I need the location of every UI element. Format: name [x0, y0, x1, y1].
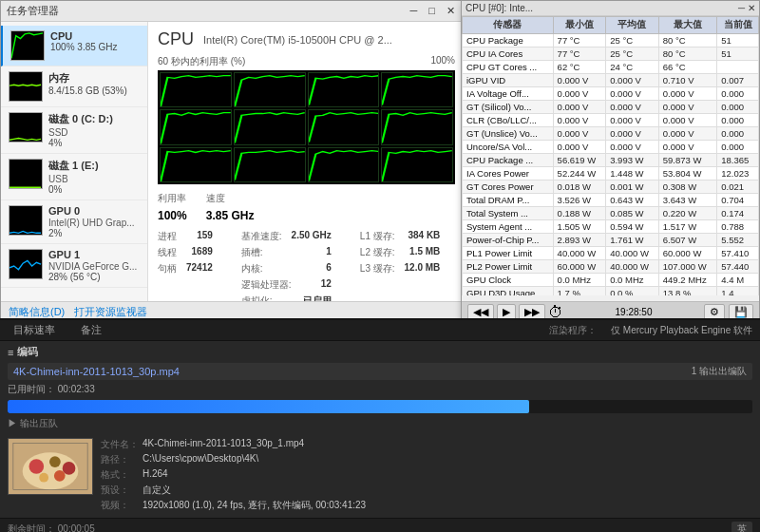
cell-name: System Agent ...: [463, 220, 554, 234]
table-row: IA Cores Power52.244 W1.448 W53.804 W12.…: [463, 167, 759, 180]
sidebar-item-gpu0[interactable]: GPU 0 Intel(R) UHD Grap... 2%: [1, 200, 147, 244]
cell-max: 0.710 V: [658, 74, 717, 87]
table-row: Total System ...0.188 W0.085 W0.220 W0.1…: [463, 207, 759, 220]
video-val: 1920x1080 (1.0), 24 fps, 逐行, 软件编码, 00:03…: [142, 499, 366, 512]
table-row: GT (Unslice) Vo...0.000 V0.000 V0.000 V0…: [463, 127, 759, 141]
sidebar-item-disk1[interactable]: 磁盘 1 (E:) USB 0%: [1, 154, 147, 200]
ame-file-name: 4K-Chimei-inn-2011-1013_30p.mp4: [13, 366, 180, 377]
cell-name: PL1 Power Limit: [463, 247, 554, 260]
taskmanager-title: 任务管理器: [7, 4, 59, 18]
open-monitor-link[interactable]: 打开资源监视器: [74, 305, 147, 319]
cell-min: 1.505 W: [553, 220, 606, 234]
cell-max: 0.220 W: [658, 207, 717, 220]
l2-label: L2 缓存:: [360, 246, 395, 259]
cpu-core-2: [308, 72, 380, 107]
close-btn[interactable]: ✕: [443, 5, 459, 17]
hwinfo-window: CPU [#0]: Inte... ─ ✕ 传感器 最小值 平均值 最大值 当前…: [461, 0, 760, 323]
gpu1-value: 28% (56 °C): [48, 272, 140, 282]
maximize-btn[interactable]: □: [425, 5, 439, 17]
cell-name: PL2 Power Limit: [463, 260, 554, 274]
cell-min: 0.000 V: [553, 87, 606, 101]
ame-encode-title: ≡ 编码: [8, 345, 752, 359]
col-sensor: 传感器: [463, 17, 554, 34]
cell-name: GT Cores Power: [463, 180, 554, 194]
file-detail: 文件名： 4K-Chimei-inn-2011-1013_30p_1.mp4: [101, 438, 752, 451]
hwinfo-titlebar: CPU [#0]: Inte... ─ ✕: [462, 1, 759, 16]
l3-value: 12.0 MB: [405, 262, 441, 276]
video-label: 视频：: [101, 499, 139, 512]
graph-label-left: 60 秒内的利用率 (%): [158, 55, 245, 68]
ame-details: 文件名： 4K-Chimei-inn-2011-1013_30p_1.mp4 路…: [101, 438, 752, 514]
cell-cur: 0.174: [717, 207, 759, 220]
process-row: 进程 159: [158, 230, 213, 243]
sidebar-item-mem[interactable]: 内存 8.4/15.8 GB (53%): [1, 66, 147, 107]
hwinfo-close[interactable]: ✕: [748, 3, 755, 13]
cell-max: 60.000 W: [658, 247, 717, 260]
cell-avg: 0.085 W: [606, 207, 659, 220]
table-row: GPU Clock0.0 MHz0.0 MHz449.2 MHz4.4 M: [463, 274, 759, 287]
taskmanager-window: 任务管理器 ─ □ ✕ CPU 100% 3.85 GHz: [0, 0, 466, 323]
cell-name: Total System ...: [463, 207, 554, 220]
ame-tab-notes[interactable]: 备注: [75, 321, 107, 339]
ame-lang[interactable]: 英: [732, 522, 752, 533]
minimize-btn[interactable]: ─: [407, 5, 422, 17]
ame-progress-fill: [8, 400, 529, 413]
socket-row: 插槽: 1: [241, 246, 332, 259]
handle-row: 句柄 72412: [158, 262, 213, 276]
cell-name: GT (Silicol) Vo...: [463, 101, 554, 114]
encode-icon: ≡: [8, 347, 13, 358]
speed-stat: 速度 3.85 GHz: [206, 192, 255, 222]
cell-avg: 0.000 V: [606, 114, 659, 127]
cell-name: CPU Package: [463, 34, 554, 48]
sidebar-item-cpu[interactable]: CPU 100% 3.85 GHz: [1, 26, 147, 66]
brief-info-link[interactable]: 简略信息(D): [9, 305, 65, 319]
sidebar-item-gpu1[interactable]: GPU 1 NVIDIA GeForce G... 28% (56 °C): [1, 244, 147, 288]
table-row: PL1 Power Limit40.000 W40.000 W60.000 W5…: [463, 247, 759, 260]
cell-max: 0.000 V: [658, 87, 717, 101]
hwinfo-time: 19:28:50: [616, 307, 653, 317]
svg-point-2: [29, 459, 45, 474]
speed-label: 速度: [206, 192, 255, 205]
cell-avg: 3.993 W: [606, 154, 659, 167]
cell-name: GPU D3D Usage: [463, 287, 554, 296]
gpu0-value: 2%: [48, 228, 140, 238]
table-row: CPU IA Cores77 °C25 °C80 °C51: [463, 48, 759, 61]
output-section-label: ▶ 输出压队: [8, 417, 752, 430]
cell-max: 0.000 V: [658, 141, 717, 154]
cell-max: 0.000 V: [658, 101, 717, 114]
hwinfo-minimize[interactable]: ─: [738, 3, 745, 13]
mem-label: 内存: [48, 71, 140, 86]
cell-min: 77 °C: [553, 48, 606, 61]
table-row: GT Cores Power0.018 W0.001 W0.308 W0.021: [463, 180, 759, 194]
cell-max: 6.507 W: [658, 234, 717, 247]
l3-row: L3 缓存: 12.0 MB: [360, 262, 440, 276]
disk0-value: 4%: [48, 138, 140, 148]
remaining-value: 00:00:05: [58, 523, 95, 533]
speed-value: 3.85 GHz: [206, 209, 255, 222]
table-row: Power-of-Chip P...2.893 W1.761 W6.507 W5…: [463, 234, 759, 247]
cell-min: 0.188 W: [553, 207, 606, 220]
tm-main-content: CPU Intel(R) Core(TM) i5-10500H CPU @ 2.…: [148, 22, 465, 322]
hwinfo-table-container[interactable]: 传感器 最小值 平均值 最大值 当前值 CPU Package77 °C25 °…: [462, 16, 759, 295]
l3-label: L3 缓存:: [360, 262, 395, 276]
table-row: CPU Package77 °C25 °C80 °C51: [463, 34, 759, 48]
ame-progress-bar: [8, 400, 752, 413]
hwinfo-title: CPU [#0]: Inte...: [466, 3, 533, 13]
cell-max: 107.000 W: [658, 260, 717, 274]
sidebar-item-disk0[interactable]: 磁盘 0 (C: D:) SSD 4%: [1, 107, 147, 154]
cpu-graph-container: 60 秒内的利用率 (%) 100%: [158, 55, 455, 184]
elapsed-value: 00:02:33: [58, 384, 95, 394]
render-value: 仅 Mercury Playback Engine 软件: [611, 324, 752, 337]
cell-min: 0.000 V: [553, 74, 606, 87]
main-title: CPU: [158, 29, 194, 49]
ame-tab-target[interactable]: 目标速率: [8, 321, 61, 339]
cell-min: 0.0 MHz: [553, 274, 606, 287]
remaining-label: 剩余时间：: [8, 523, 55, 533]
cell-min: 1.7 %: [553, 287, 606, 296]
cpu-core-8: [160, 147, 232, 182]
gpu0-sidebar-info: GPU 0 Intel(R) UHD Grap... 2%: [48, 205, 140, 238]
cell-cur: 0.000: [717, 101, 759, 114]
disk0-label: 磁盘 0 (C: D:): [48, 112, 140, 126]
core-row: 内核: 6: [241, 262, 332, 276]
cell-name: CPU GT Cores ...: [463, 61, 554, 74]
